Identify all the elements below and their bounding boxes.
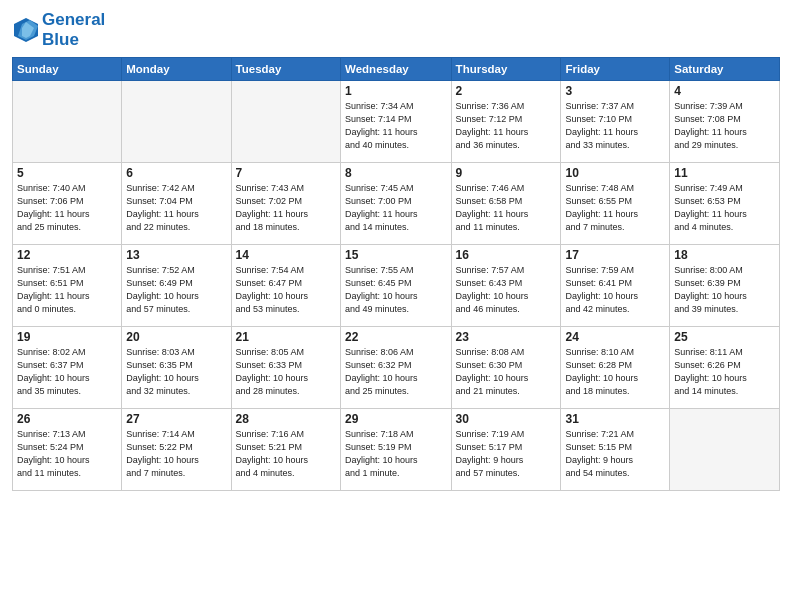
day-info: Sunrise: 8:05 AM Sunset: 6:33 PM Dayligh…: [236, 346, 336, 398]
day-number: 30: [456, 412, 557, 426]
day-info: Sunrise: 7:42 AM Sunset: 7:04 PM Dayligh…: [126, 182, 226, 234]
day-number: 29: [345, 412, 447, 426]
calendar-cell: 18Sunrise: 8:00 AM Sunset: 6:39 PM Dayli…: [670, 245, 780, 327]
day-number: 25: [674, 330, 775, 344]
day-info: Sunrise: 7:18 AM Sunset: 5:19 PM Dayligh…: [345, 428, 447, 480]
calendar-cell: [670, 409, 780, 491]
day-number: 3: [565, 84, 665, 98]
day-info: Sunrise: 8:00 AM Sunset: 6:39 PM Dayligh…: [674, 264, 775, 316]
day-number: 11: [674, 166, 775, 180]
day-info: Sunrise: 8:06 AM Sunset: 6:32 PM Dayligh…: [345, 346, 447, 398]
logo: General Blue: [12, 10, 105, 49]
day-info: Sunrise: 7:39 AM Sunset: 7:08 PM Dayligh…: [674, 100, 775, 152]
calendar-cell: 10Sunrise: 7:48 AM Sunset: 6:55 PM Dayli…: [561, 163, 670, 245]
day-number: 21: [236, 330, 336, 344]
calendar-cell: 12Sunrise: 7:51 AM Sunset: 6:51 PM Dayli…: [13, 245, 122, 327]
day-number: 10: [565, 166, 665, 180]
day-number: 22: [345, 330, 447, 344]
weekday-header: Wednesday: [341, 58, 452, 81]
day-info: Sunrise: 7:37 AM Sunset: 7:10 PM Dayligh…: [565, 100, 665, 152]
day-number: 31: [565, 412, 665, 426]
day-info: Sunrise: 7:40 AM Sunset: 7:06 PM Dayligh…: [17, 182, 117, 234]
calendar-cell: 3Sunrise: 7:37 AM Sunset: 7:10 PM Daylig…: [561, 81, 670, 163]
calendar-cell: 29Sunrise: 7:18 AM Sunset: 5:19 PM Dayli…: [341, 409, 452, 491]
day-info: Sunrise: 8:10 AM Sunset: 6:28 PM Dayligh…: [565, 346, 665, 398]
day-info: Sunrise: 7:52 AM Sunset: 6:49 PM Dayligh…: [126, 264, 226, 316]
calendar-cell: 17Sunrise: 7:59 AM Sunset: 6:41 PM Dayli…: [561, 245, 670, 327]
calendar-cell: 21Sunrise: 8:05 AM Sunset: 6:33 PM Dayli…: [231, 327, 340, 409]
day-number: 27: [126, 412, 226, 426]
day-info: Sunrise: 8:08 AM Sunset: 6:30 PM Dayligh…: [456, 346, 557, 398]
day-number: 2: [456, 84, 557, 98]
calendar-cell: 30Sunrise: 7:19 AM Sunset: 5:17 PM Dayli…: [451, 409, 561, 491]
day-info: Sunrise: 7:45 AM Sunset: 7:00 PM Dayligh…: [345, 182, 447, 234]
calendar-cell: 11Sunrise: 7:49 AM Sunset: 6:53 PM Dayli…: [670, 163, 780, 245]
day-number: 15: [345, 248, 447, 262]
day-number: 9: [456, 166, 557, 180]
calendar-week-row: 19Sunrise: 8:02 AM Sunset: 6:37 PM Dayli…: [13, 327, 780, 409]
weekday-header-row: SundayMondayTuesdayWednesdayThursdayFrid…: [13, 58, 780, 81]
calendar-cell: 16Sunrise: 7:57 AM Sunset: 6:43 PM Dayli…: [451, 245, 561, 327]
calendar-week-row: 26Sunrise: 7:13 AM Sunset: 5:24 PM Dayli…: [13, 409, 780, 491]
calendar-cell: 14Sunrise: 7:54 AM Sunset: 6:47 PM Dayli…: [231, 245, 340, 327]
day-number: 4: [674, 84, 775, 98]
day-info: Sunrise: 7:43 AM Sunset: 7:02 PM Dayligh…: [236, 182, 336, 234]
day-info: Sunrise: 7:34 AM Sunset: 7:14 PM Dayligh…: [345, 100, 447, 152]
calendar-cell: 23Sunrise: 8:08 AM Sunset: 6:30 PM Dayli…: [451, 327, 561, 409]
day-info: Sunrise: 7:36 AM Sunset: 7:12 PM Dayligh…: [456, 100, 557, 152]
calendar-cell: 20Sunrise: 8:03 AM Sunset: 6:35 PM Dayli…: [122, 327, 231, 409]
day-number: 24: [565, 330, 665, 344]
weekday-header: Saturday: [670, 58, 780, 81]
calendar-cell: 22Sunrise: 8:06 AM Sunset: 6:32 PM Dayli…: [341, 327, 452, 409]
logo-text: General Blue: [42, 10, 105, 49]
calendar-cell: [231, 81, 340, 163]
calendar-cell: 2Sunrise: 7:36 AM Sunset: 7:12 PM Daylig…: [451, 81, 561, 163]
day-number: 23: [456, 330, 557, 344]
calendar-cell: 19Sunrise: 8:02 AM Sunset: 6:37 PM Dayli…: [13, 327, 122, 409]
calendar-cell: 24Sunrise: 8:10 AM Sunset: 6:28 PM Dayli…: [561, 327, 670, 409]
calendar-week-row: 1Sunrise: 7:34 AM Sunset: 7:14 PM Daylig…: [13, 81, 780, 163]
day-number: 16: [456, 248, 557, 262]
day-info: Sunrise: 7:14 AM Sunset: 5:22 PM Dayligh…: [126, 428, 226, 480]
calendar-cell: 1Sunrise: 7:34 AM Sunset: 7:14 PM Daylig…: [341, 81, 452, 163]
day-number: 13: [126, 248, 226, 262]
calendar-cell: [122, 81, 231, 163]
calendar-cell: 28Sunrise: 7:16 AM Sunset: 5:21 PM Dayli…: [231, 409, 340, 491]
calendar-cell: 4Sunrise: 7:39 AM Sunset: 7:08 PM Daylig…: [670, 81, 780, 163]
day-info: Sunrise: 8:02 AM Sunset: 6:37 PM Dayligh…: [17, 346, 117, 398]
calendar-cell: 25Sunrise: 8:11 AM Sunset: 6:26 PM Dayli…: [670, 327, 780, 409]
day-info: Sunrise: 8:11 AM Sunset: 6:26 PM Dayligh…: [674, 346, 775, 398]
calendar-cell: 7Sunrise: 7:43 AM Sunset: 7:02 PM Daylig…: [231, 163, 340, 245]
calendar-week-row: 5Sunrise: 7:40 AM Sunset: 7:06 PM Daylig…: [13, 163, 780, 245]
calendar-table: SundayMondayTuesdayWednesdayThursdayFrid…: [12, 57, 780, 491]
calendar-cell: 6Sunrise: 7:42 AM Sunset: 7:04 PM Daylig…: [122, 163, 231, 245]
calendar-cell: 26Sunrise: 7:13 AM Sunset: 5:24 PM Dayli…: [13, 409, 122, 491]
calendar-cell: 9Sunrise: 7:46 AM Sunset: 6:58 PM Daylig…: [451, 163, 561, 245]
day-number: 19: [17, 330, 117, 344]
day-number: 28: [236, 412, 336, 426]
day-info: Sunrise: 7:54 AM Sunset: 6:47 PM Dayligh…: [236, 264, 336, 316]
day-info: Sunrise: 7:55 AM Sunset: 6:45 PM Dayligh…: [345, 264, 447, 316]
day-info: Sunrise: 7:48 AM Sunset: 6:55 PM Dayligh…: [565, 182, 665, 234]
day-number: 6: [126, 166, 226, 180]
calendar-cell: 15Sunrise: 7:55 AM Sunset: 6:45 PM Dayli…: [341, 245, 452, 327]
day-number: 5: [17, 166, 117, 180]
day-info: Sunrise: 7:49 AM Sunset: 6:53 PM Dayligh…: [674, 182, 775, 234]
day-number: 12: [17, 248, 117, 262]
calendar-cell: 8Sunrise: 7:45 AM Sunset: 7:00 PM Daylig…: [341, 163, 452, 245]
day-info: Sunrise: 7:16 AM Sunset: 5:21 PM Dayligh…: [236, 428, 336, 480]
logo-icon: [12, 16, 40, 44]
day-info: Sunrise: 7:46 AM Sunset: 6:58 PM Dayligh…: [456, 182, 557, 234]
calendar-cell: 31Sunrise: 7:21 AM Sunset: 5:15 PM Dayli…: [561, 409, 670, 491]
day-info: Sunrise: 7:51 AM Sunset: 6:51 PM Dayligh…: [17, 264, 117, 316]
day-info: Sunrise: 7:59 AM Sunset: 6:41 PM Dayligh…: [565, 264, 665, 316]
day-info: Sunrise: 8:03 AM Sunset: 6:35 PM Dayligh…: [126, 346, 226, 398]
day-number: 14: [236, 248, 336, 262]
calendar-cell: 27Sunrise: 7:14 AM Sunset: 5:22 PM Dayli…: [122, 409, 231, 491]
calendar-cell: 5Sunrise: 7:40 AM Sunset: 7:06 PM Daylig…: [13, 163, 122, 245]
day-number: 7: [236, 166, 336, 180]
day-number: 1: [345, 84, 447, 98]
day-info: Sunrise: 7:57 AM Sunset: 6:43 PM Dayligh…: [456, 264, 557, 316]
day-number: 8: [345, 166, 447, 180]
day-info: Sunrise: 7:19 AM Sunset: 5:17 PM Dayligh…: [456, 428, 557, 480]
